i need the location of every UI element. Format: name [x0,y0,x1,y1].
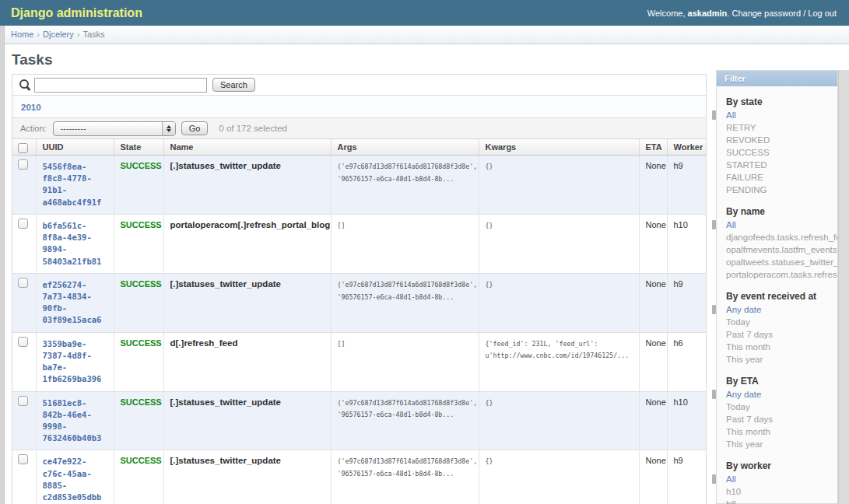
filter-option-link[interactable]: This month [717,425,837,438]
column-header-uuid[interactable]: UUID [36,139,114,156]
select-all-header[interactable] [12,139,36,156]
task-eta-cell: None [639,214,667,273]
filter-option-link[interactable]: This month [717,341,837,353]
breadcrumb-current: Tasks [82,30,104,39]
go-button[interactable]: Go [181,121,209,135]
filter-option-link[interactable]: h10 [717,485,837,498]
task-state-cell: SUCCESS [114,450,163,504]
task-worker-cell: h9 [667,450,706,504]
filter-option-link[interactable]: STARTED [717,159,837,171]
state-badge: SUCCESS [121,456,162,465]
row-select-cell [12,450,36,504]
column-header-worker[interactable]: Worker [667,139,706,156]
action-label: Action: [20,124,47,133]
row-select-cell [12,391,36,450]
filter-option-link[interactable]: portaloperacom.tasks.refresh_portal_blog [717,268,837,281]
task-kwargs-cell: {} [479,450,639,504]
filter-option-link[interactable]: Today [717,316,837,328]
action-select[interactable]: --------- [53,121,176,136]
table-header-row: UUID State Name Args Kwargs ETA Worker [12,139,706,156]
date-hierarchy-year-link[interactable]: 2010 [21,103,41,112]
task-args-cell: ('e97c687d13d87f614a6d81768d8f3d8e', '96… [331,156,479,215]
search-bar: Search [12,75,706,96]
filter-group: By state All RETRY REVOKED SUCCESS START… [717,96,837,196]
table-row: 51681ec8-842b-46e4-9998-7632460b40b3 SUC… [12,391,706,450]
state-badge: SUCCESS [121,161,162,170]
row-checkbox[interactable] [18,337,28,347]
task-kwargs-cell: {} [479,156,639,215]
task-uuid-link[interactable]: b6fa561c-8f8a-4e39-9894-58403a21fb81 [43,220,107,268]
filter-option-link[interactable]: djangofeeds.tasks.refresh_feed [717,231,837,243]
filter-option: This month [717,425,837,438]
filter-option: All [717,109,837,121]
search-button[interactable]: Search [212,78,255,92]
task-uuid-link[interactable]: ef256274-7a73-4834-90fb-03f89e15aca6 [43,279,107,327]
select-all-checkbox[interactable] [18,143,28,153]
task-worker-cell: h9 [667,273,706,332]
filter-option-link[interactable]: This year [717,438,837,450]
filter-option-link[interactable]: All [717,473,837,485]
row-select-cell [12,332,36,391]
filter-option: RETRY [717,121,837,134]
select-stepper-icon [162,122,175,135]
search-input[interactable] [34,78,207,93]
table-row: 3359ba9e-7387-4d8f-ba7e-1fb6269ba396 SUC… [12,332,706,391]
filter-option-link[interactable]: h8 [717,498,837,504]
breadcrumb-home[interactable]: Home [11,30,33,39]
row-checkbox[interactable] [18,396,28,406]
filter-option-link[interactable]: RETRY [717,121,837,134]
filter-option: FAILURE [717,171,837,184]
filter-option-link[interactable]: All [717,109,837,121]
filter-option-link[interactable]: This year [717,353,837,366]
filter-option-link[interactable]: opalfmevents.lastfm_events_update [717,243,837,256]
task-worker-cell: h9 [667,156,706,215]
table-row: ef256274-7a73-4834-90fb-03f89e15aca6 SUC… [12,273,706,332]
right-scrollbar-track[interactable] [838,70,849,504]
task-state-cell: SUCCESS [114,273,163,332]
change-password-link[interactable]: Change password [731,9,801,18]
task-uuid-cell: 3359ba9e-7387-4d8f-ba7e-1fb6269ba396 [36,332,114,391]
row-select-cell [12,156,36,215]
filter-option-link[interactable]: FAILURE [717,171,837,184]
row-checkbox[interactable] [18,219,28,229]
top-bar: Django administration Welcome, askadmin.… [0,0,849,26]
filter-option-link[interactable]: Past 7 days [717,413,837,425]
left-scrollbar-track[interactable] [0,26,5,504]
column-header-name[interactable]: Name [163,139,331,156]
filter-option-link[interactable]: Today [717,401,837,413]
filter-option-link[interactable]: Past 7 days [717,328,837,341]
task-name-cell: [.]statuses_twitter_update [163,273,331,332]
filter-group-title: By worker [717,460,837,471]
column-header-state[interactable]: State [114,139,163,156]
filter-option: This year [717,438,837,450]
row-checkbox[interactable] [18,454,28,464]
filter-option-link[interactable]: Any date [717,303,837,316]
column-header-kwargs[interactable]: Kwargs [479,139,639,156]
action-selected-option: --------- [61,124,86,133]
logout-link[interactable]: Log out [808,9,837,18]
row-checkbox[interactable] [18,159,28,170]
filter-option-link[interactable]: All [717,219,837,231]
task-uuid-link[interactable]: 51681ec8-842b-46e4-9998-7632460b40b3 [43,397,107,445]
filter-option-link[interactable]: REVOKED [717,134,837,146]
task-eta-cell: None [639,273,667,332]
site-title-link[interactable]: Django administration [11,6,142,20]
task-uuid-link[interactable]: 3359ba9e-7387-4d8f-ba7e-1fb6269ba396 [43,338,107,386]
filter-option-link[interactable]: Any date [717,388,837,401]
task-state-cell: SUCCESS [114,332,163,391]
filter-option: This month [717,341,837,353]
column-header-eta[interactable]: ETA [639,139,667,156]
breadcrumb-djcelery[interactable]: Djcelery [43,30,74,39]
filter-option-link[interactable]: opaltweets.statuses_twitter_update [717,256,837,268]
row-checkbox[interactable] [18,278,28,288]
filter-option-link[interactable]: PENDING [717,184,837,196]
task-name-cell: [.]statuses_twitter_update [163,391,331,450]
filter-option: PENDING [717,184,837,196]
filter-option-link[interactable]: SUCCESS [717,146,837,159]
task-uuid-link[interactable]: ce47e922-c76c-45aa-8885-c2d853e05dbb [43,456,107,503]
filter-option: This year [717,353,837,366]
column-header-args[interactable]: Args [331,139,479,156]
task-uuid-link[interactable]: 5456f8ea-f8c8-4778-91b1-a468abc4f91f [43,161,107,208]
filter-option: Past 7 days [717,328,837,341]
search-icon [19,79,31,91]
